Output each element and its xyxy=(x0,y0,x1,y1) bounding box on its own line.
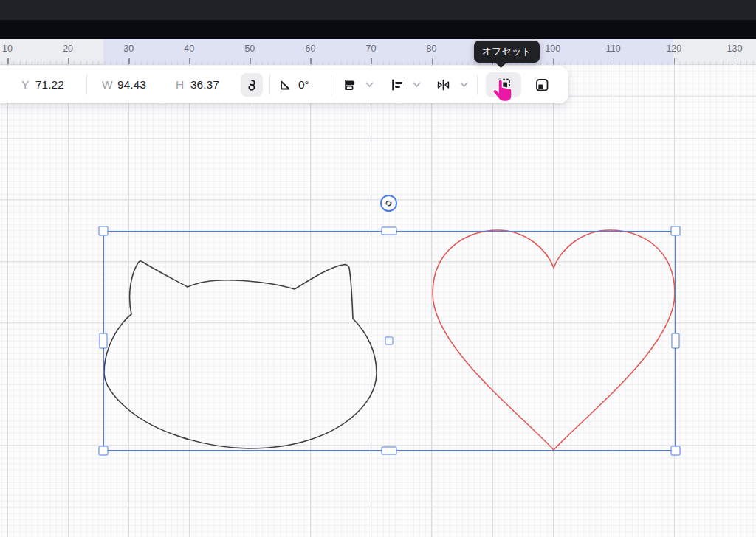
chevron-down-icon xyxy=(365,82,374,88)
flip-horizontal-button[interactable] xyxy=(431,66,472,103)
ruler-tick xyxy=(7,58,9,64)
scale-icon xyxy=(534,77,550,93)
align-left-button[interactable] xyxy=(385,66,425,103)
ruler-tick xyxy=(614,58,615,64)
handle-left[interactable] xyxy=(100,333,108,349)
angle-icon xyxy=(278,78,292,92)
y-field-value[interactable]: 71.22 xyxy=(35,66,64,103)
handle-bottom-left[interactable] xyxy=(99,446,109,456)
ruler-label: 30 xyxy=(123,44,134,54)
width-field-value[interactable]: 94.43 xyxy=(117,66,146,103)
height-field-value[interactable]: 36.37 xyxy=(190,66,219,103)
ruler-tick xyxy=(128,58,130,64)
height-field-label: H xyxy=(176,66,184,103)
ruler-label: 70 xyxy=(366,44,377,54)
align-horizontal-button[interactable] xyxy=(338,66,378,103)
handle-top-left[interactable] xyxy=(99,226,109,236)
rotate-handle[interactable] xyxy=(380,195,397,212)
ruler-tick xyxy=(189,58,190,64)
flip-horizontal-icon xyxy=(436,77,451,92)
ruler-label: 110 xyxy=(606,44,621,54)
ruler-tick xyxy=(553,58,554,64)
ruler-minor-ticks xyxy=(0,61,756,65)
rotation-angle-value[interactable]: 0° xyxy=(298,66,309,103)
rotate-icon xyxy=(383,198,394,209)
ruler-label: 10 xyxy=(2,44,13,54)
divider xyxy=(86,75,87,95)
handle-bottom[interactable] xyxy=(382,447,397,455)
selection-toolbar: Y 71.22 W 94.43 H 36.37 0° xyxy=(0,66,568,103)
scale-button[interactable] xyxy=(527,72,557,97)
y-field-label: Y xyxy=(21,66,29,103)
chevron-down-icon xyxy=(460,82,468,88)
ruler-label: 50 xyxy=(244,44,255,54)
divider xyxy=(477,75,478,95)
horizontal-ruler: 102030405060708090100110120130 xyxy=(0,39,756,65)
menu-bar xyxy=(0,20,756,39)
align-horizontal-icon xyxy=(343,77,357,92)
ruler-tick xyxy=(371,58,372,64)
handle-right[interactable] xyxy=(672,333,680,349)
ruler-label: 130 xyxy=(726,44,742,54)
offset-tooltip: オフセット xyxy=(474,41,540,63)
width-field-label: W xyxy=(102,66,113,103)
align-left-icon xyxy=(390,77,405,92)
link-icon xyxy=(245,78,258,92)
ruler-label: 100 xyxy=(545,44,560,54)
pointer-hand-cursor xyxy=(492,78,514,103)
link-dimensions-button[interactable] xyxy=(241,73,263,97)
handle-center[interactable] xyxy=(385,337,394,345)
ruler-label: 80 xyxy=(427,44,437,54)
ruler-label: 60 xyxy=(305,44,315,54)
ruler-tick xyxy=(250,58,251,64)
ruler-tick xyxy=(432,58,433,64)
rotation-angle-button[interactable] xyxy=(276,77,292,92)
divider xyxy=(331,75,331,95)
chevron-down-icon xyxy=(413,82,421,88)
title-bar xyxy=(0,0,756,20)
handle-bottom-right[interactable] xyxy=(671,446,681,456)
app-window: 102030405060708090100110120130 Y 71.22 W… xyxy=(0,0,756,537)
ruler-label: 20 xyxy=(63,44,73,54)
handle-top[interactable] xyxy=(382,227,397,235)
ruler-label: 40 xyxy=(184,44,194,54)
ruler-tick xyxy=(674,58,676,64)
ruler-label: 120 xyxy=(666,44,681,54)
ruler-tick xyxy=(735,58,736,64)
divider xyxy=(269,75,270,95)
ruler-tick xyxy=(68,58,69,64)
ruler-tick xyxy=(310,58,312,64)
handle-top-right[interactable] xyxy=(671,226,681,236)
